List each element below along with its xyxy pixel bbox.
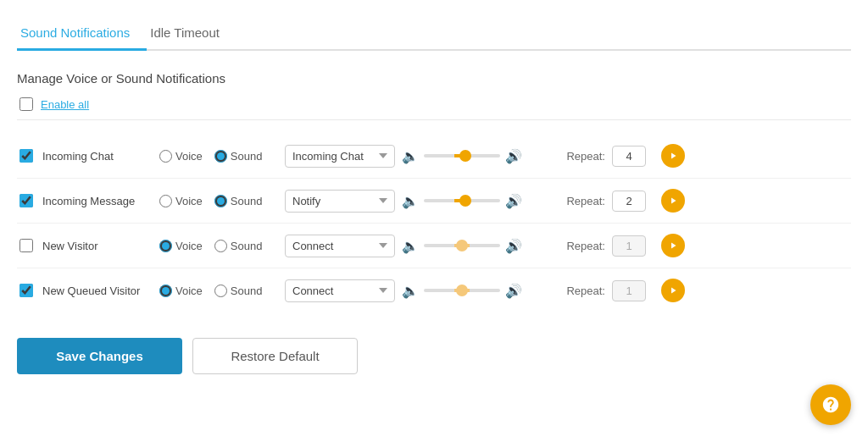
sound-select-new-queued-visitor[interactable]: Incoming ChatNotifyConnectDefault: [285, 279, 395, 302]
volume-low-icon-new-queued-visitor: 🔈: [402, 283, 419, 299]
enable-all-row: Enable all: [17, 97, 851, 120]
volume-slider-incoming-chat[interactable]: [424, 154, 500, 157]
repeat-label-incoming-message: Repeat:: [566, 195, 605, 207]
repeat-label-incoming-chat: Repeat:: [566, 150, 605, 163]
volume-low-icon-incoming-chat: 🔈: [402, 148, 419, 164]
volume-area-incoming-chat: 🔈🔊: [402, 148, 537, 164]
notification-rows: Incoming Chat Voice SoundIncoming ChatNo…: [17, 134, 851, 312]
volume-area-new-visitor: 🔈🔊: [402, 238, 537, 254]
play-icon: [668, 151, 678, 161]
volume-area-incoming-message: 🔈🔊: [402, 193, 537, 209]
repeat-label-new-queued-visitor: Repeat:: [566, 285, 605, 297]
restore-default-button[interactable]: Restore Default: [192, 338, 358, 374]
sound-radio-incoming-message[interactable]: [214, 195, 227, 207]
play-button-new-visitor[interactable]: [661, 234, 685, 257]
row-label-incoming-message: Incoming Message: [42, 195, 153, 207]
play-button-new-queued-visitor[interactable]: [661, 279, 685, 302]
row-label-incoming-chat: Incoming Chat: [42, 150, 153, 163]
voice-option-incoming-message[interactable]: Voice: [159, 195, 203, 207]
row-label-new-queued-visitor: New Queued Visitor: [42, 285, 153, 297]
bottom-bar: Save Changes Restore Default: [17, 338, 851, 374]
play-icon: [668, 196, 678, 206]
notif-row-incoming-chat: Incoming Chat Voice SoundIncoming ChatNo…: [17, 134, 851, 179]
voice-option-new-visitor[interactable]: Voice: [159, 240, 203, 252]
voice-radio-new-queued-visitor[interactable]: [159, 285, 172, 297]
sound-option-new-visitor[interactable]: Sound: [214, 240, 263, 252]
voice-option-incoming-chat[interactable]: Voice: [159, 150, 203, 163]
voice-radio-incoming-message[interactable]: [159, 195, 172, 207]
section-title: Manage Voice or Sound Notifications: [17, 71, 851, 86]
sound-radio-new-queued-visitor[interactable]: [214, 285, 227, 297]
checkbox-new-visitor[interactable]: [19, 239, 33, 252]
repeat-input-new-visitor: [612, 235, 646, 257]
tab-sound-notifications[interactable]: Sound Notifications: [17, 17, 147, 51]
save-button[interactable]: Save Changes: [17, 338, 182, 374]
volume-slider-incoming-message[interactable]: [424, 199, 500, 202]
checkbox-wrap-incoming-message[interactable]: [17, 194, 36, 207]
checkbox-wrap-incoming-chat[interactable]: [17, 149, 36, 163]
volume-high-icon-incoming-message: 🔊: [505, 193, 522, 209]
volume-low-icon-new-visitor: 🔈: [402, 238, 419, 254]
question-mark-icon: [821, 395, 840, 414]
play-button-incoming-chat[interactable]: [661, 144, 685, 168]
volume-high-icon-new-visitor: 🔊: [505, 238, 522, 254]
checkbox-new-queued-visitor[interactable]: [19, 284, 33, 297]
checkbox-incoming-chat[interactable]: [19, 149, 33, 163]
settings-container: Sound Notifications Idle Timeout Manage …: [0, 0, 868, 442]
sound-select-incoming-chat[interactable]: Incoming ChatNotifyConnectDefault: [285, 145, 395, 168]
sound-option-incoming-message[interactable]: Sound: [214, 195, 263, 207]
radio-group-incoming-chat: Voice Sound: [159, 150, 278, 163]
play-button-incoming-message[interactable]: [661, 189, 685, 213]
repeat-area-new-queued-visitor: Repeat:: [544, 280, 646, 301]
repeat-area-new-visitor: Repeat:: [544, 235, 646, 257]
voice-option-new-queued-visitor[interactable]: Voice: [159, 285, 203, 297]
notif-row-incoming-message: Incoming Message Voice SoundIncoming Cha…: [17, 179, 851, 224]
repeat-input-incoming-message[interactable]: [612, 191, 646, 212]
sound-radio-new-visitor[interactable]: [214, 240, 227, 252]
sound-radio-incoming-chat[interactable]: [214, 150, 227, 163]
help-button[interactable]: [810, 384, 851, 425]
checkbox-wrap-new-queued-visitor[interactable]: [17, 284, 36, 297]
checkbox-wrap-new-visitor[interactable]: [17, 239, 36, 252]
repeat-label-new-visitor: Repeat:: [566, 240, 605, 252]
tab-idle-timeout[interactable]: Idle Timeout: [147, 17, 236, 51]
notif-row-new-visitor: New Visitor Voice SoundIncoming ChatNoti…: [17, 224, 851, 268]
sound-option-new-queued-visitor[interactable]: Sound: [214, 285, 263, 297]
sound-option-incoming-chat[interactable]: Sound: [214, 150, 263, 163]
repeat-input-incoming-chat[interactable]: [612, 146, 646, 167]
sound-select-incoming-message[interactable]: Incoming ChatNotifyConnectDefault: [285, 190, 395, 213]
repeat-input-new-queued-visitor: [612, 280, 646, 301]
radio-group-new-visitor: Voice Sound: [159, 240, 278, 252]
enable-all-checkbox[interactable]: [19, 97, 33, 111]
repeat-area-incoming-message: Repeat:: [544, 191, 646, 212]
enable-all-label[interactable]: Enable all: [41, 98, 89, 111]
play-icon: [668, 240, 678, 251]
checkbox-incoming-message[interactable]: [19, 194, 33, 207]
volume-slider-new-queued-visitor[interactable]: [424, 289, 500, 292]
radio-group-new-queued-visitor: Voice Sound: [159, 285, 278, 297]
notif-row-new-queued-visitor: New Queued Visitor Voice SoundIncoming C…: [17, 268, 851, 312]
volume-high-icon-incoming-chat: 🔊: [505, 148, 522, 164]
voice-radio-incoming-chat[interactable]: [159, 150, 172, 163]
voice-radio-new-visitor[interactable]: [159, 240, 172, 252]
radio-group-incoming-message: Voice Sound: [159, 195, 278, 207]
volume-high-icon-new-queued-visitor: 🔊: [505, 283, 522, 299]
repeat-area-incoming-chat: Repeat:: [544, 146, 646, 167]
row-label-new-visitor: New Visitor: [42, 240, 153, 252]
sound-select-new-visitor[interactable]: Incoming ChatNotifyConnectDefault: [285, 235, 395, 257]
volume-slider-new-visitor[interactable]: [424, 244, 500, 247]
volume-area-new-queued-visitor: 🔈🔊: [402, 283, 537, 299]
enable-all-checkbox-wrap[interactable]: [17, 97, 36, 111]
volume-low-icon-incoming-message: 🔈: [402, 193, 419, 209]
play-icon: [668, 285, 678, 296]
tabs-bar: Sound Notifications Idle Timeout: [17, 17, 851, 51]
